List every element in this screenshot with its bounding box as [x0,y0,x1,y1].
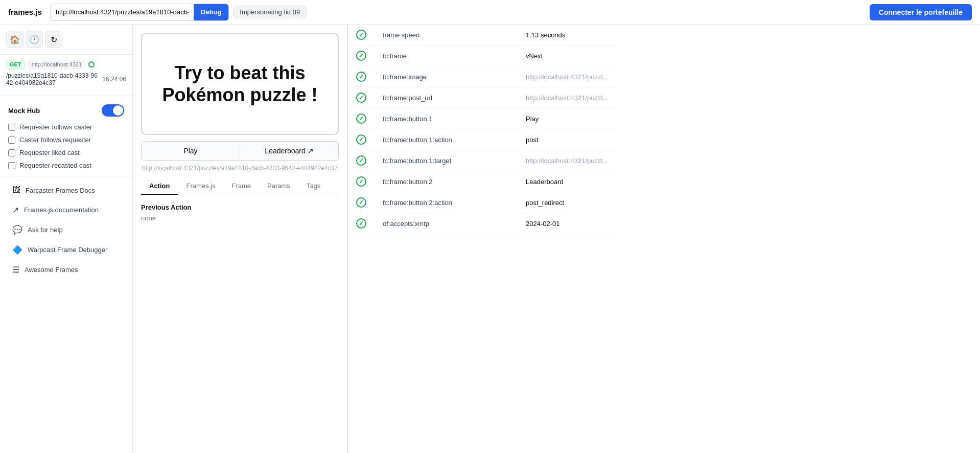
content-split: Try to beat this Pokémon puzzle ! Play L… [133,25,616,453]
check-value: vNext [518,46,616,66]
check-value: post_redirect [518,192,616,213]
check-key: fc:frame:button:2 [375,171,518,192]
checkbox-requester-follows-caster-input[interactable] [8,124,15,131]
tab-frame[interactable]: Frame [224,178,260,195]
ask-help-icon: 💬 [12,225,22,235]
right-panel: ✓ frame speed 1.13 seconds ✓ fc:frame vN… [347,25,616,453]
check-key: fc:frame:post_url [375,87,518,108]
warpcast-debugger-icon: 🔷 [12,245,22,255]
prev-action-value: none [141,214,339,222]
tab-content-action: Previous Action none [133,195,347,230]
url-input[interactable] [51,8,194,16]
checkbox-caster-follows-requester[interactable]: Caster follows requester [0,133,132,146]
tab-framesjs[interactable]: Frames.js [178,178,223,195]
mock-hub-toggle[interactable] [102,104,124,117]
sidebar-link-framesjs-docs[interactable]: ↗ Frames.js documentation [4,201,128,219]
path-text: /puzzles/a19a1810-dacb-4333-9642-e404982… [6,72,98,86]
checkbox-requester-recasted-cast[interactable]: Requester recasted cast [0,159,132,172]
frame-title: Try to beat this Pokémon puzzle ! [152,62,328,106]
history-button[interactable]: 🕐 [26,31,43,48]
sidebar-link-warpcast-debugger-label: Warpcast Frame Debugger [28,246,107,254]
connecter-button[interactable]: Connecter le portefeuille [870,4,972,20]
check-icon: ✓ [356,197,366,208]
divider-2 [0,176,132,176]
checkbox-requester-recasted-cast-input[interactable] [8,162,15,169]
checkbox-requester-liked-cast[interactable]: Requester liked cast [0,146,132,159]
checkbox-requester-liked-cast-input[interactable] [8,149,15,156]
check-icon: ✓ [356,218,366,229]
sidebar-link-farcaster-docs[interactable]: 🖼 Farcaster Frames Docs [4,182,128,199]
tab-action[interactable]: Action [141,178,178,195]
path-row: /puzzles/a19a1810-dacb-4333-9642-e404982… [0,71,132,92]
checkbox-requester-follows-caster-label: Requester follows caster [19,123,92,131]
tab-tags[interactable]: Tags [298,178,329,195]
mock-hub-row: Mock Hub [0,100,132,121]
table-row: ✓ frame speed 1.13 seconds [348,25,616,46]
sidebar-link-awesome-frames-label: Awesome Frames [25,266,78,274]
table-row: ✓ fc:frame:button:2 Leaderboard [348,171,616,192]
table-row: ✓ fc:frame:button:1:target http://localh… [348,150,616,171]
sidebar-link-ask-help[interactable]: 💬 Ask for help [4,221,128,239]
layout: 🏠 🕐 ↻ GET http://localhost:4321 /puzzles… [0,25,980,453]
check-key: fc:frame [375,46,518,66]
method-row: GET http://localhost:4321 [0,55,132,71]
table-row: ✓ fc:frame:image http://localhost:4321/p… [348,66,616,87]
frame-leaderboard-button[interactable]: Leaderboard ↗ [240,142,338,160]
check-icon: ✓ [356,93,366,103]
time-text: 16:24:06 [102,76,126,83]
check-key: fc:frame:button:1:target [375,150,518,171]
left-column: Try to beat this Pokémon puzzle ! Play L… [133,25,347,453]
sidebar-icons: 🏠 🕐 ↻ [0,31,132,55]
check-icon: ✓ [356,72,366,82]
check-icon: ✓ [356,134,366,145]
sidebar-link-awesome-frames[interactable]: ☰ Awesome Frames [4,261,128,279]
check-value: Leaderboard [518,171,616,192]
table-row: ✓ fc:frame:post_url http://localhost:432… [348,87,616,108]
debug-button[interactable]: Debug [194,4,228,21]
method-badge: GET [6,60,25,69]
check-icon: ✓ [356,176,366,187]
frame-buttons: Play Leaderboard ↗ [141,141,339,161]
check-icon: ✓ [356,51,366,61]
checkbox-requester-liked-cast-label: Requester liked cast [19,149,80,156]
farcaster-docs-icon: 🖼 [12,186,20,195]
check-key: fc:frame:button:1:action [375,129,518,150]
check-value: Play [518,108,616,129]
mock-hub-label: Mock Hub [8,107,40,115]
checkbox-caster-follows-requester-label: Caster follows requester [19,136,91,144]
check-value: post [518,129,616,150]
check-value: 2024-02-01 [518,213,616,234]
sidebar-link-farcaster-docs-label: Farcaster Frames Docs [26,187,95,194]
frame-preview-wrapper: Try to beat this Pokémon puzzle ! Play L… [133,25,347,172]
home-button[interactable]: 🏠 [6,31,24,48]
logo: frames.js [8,8,42,16]
checks-table: ✓ frame speed 1.13 seconds ✓ fc:frame vN… [348,25,616,234]
check-key: fc:frame:button:1 [375,108,518,129]
table-row: ✓ fc:frame:button:1:action post [348,129,616,150]
prev-action-label: Previous Action [141,203,339,211]
check-value: http://localhost:4321/puzzl... [518,150,616,171]
awesome-frames-icon: ☰ [12,265,19,275]
checkbox-requester-recasted-cast-label: Requester recasted cast [19,162,91,169]
topnav: frames.js Debug Impersonating fid 89 Con… [0,0,980,25]
frame-preview: Try to beat this Pokémon puzzle ! [141,33,339,135]
tabs-row: Action Frames.js Frame Params Tags [141,178,339,195]
check-value: http://localhost:4321/puzzl... [518,66,616,87]
checkbox-requester-follows-caster[interactable]: Requester follows caster [0,121,132,133]
check-icon: ✓ [356,114,366,124]
check-key: fc:frame:button:2:action [375,192,518,213]
framesjs-docs-icon: ↗ [12,205,19,215]
status-indicator [88,61,95,67]
sidebar-link-warpcast-debugger[interactable]: 🔷 Warpcast Frame Debugger [4,241,128,259]
tab-params[interactable]: Params [259,178,298,195]
sidebar: 🏠 🕐 ↻ GET http://localhost:4321 /puzzles… [0,25,133,453]
checkbox-caster-follows-requester-input[interactable] [8,137,15,144]
table-row: ✓ fc:frame vNext [348,46,616,66]
check-value: 1.13 seconds [518,25,616,46]
frame-play-button[interactable]: Play [142,142,240,160]
toggle-knob [113,105,123,116]
check-key: of:accepts:xmtp [375,213,518,234]
refresh-button[interactable]: ↻ [45,31,62,48]
check-icon: ✓ [356,155,366,166]
table-row: ✓ fc:frame:button:1 Play [348,108,616,129]
